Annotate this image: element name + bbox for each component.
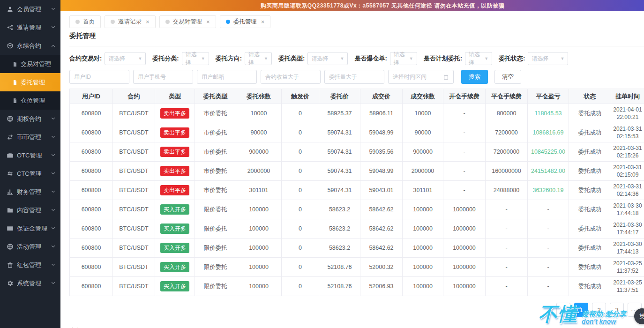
globe-icon (7, 115, 14, 122)
table-cell: 2021-04-0122:00:21 (611, 104, 644, 123)
title-divider (69, 46, 644, 46)
table-cell: 100000 (403, 239, 443, 258)
table-cell: 10000 (403, 104, 443, 123)
sidebar-item[interactable]: 交易对管理 (0, 55, 60, 73)
filter-select[interactable]: 请选择▼ (465, 52, 492, 65)
tab-交易对管理[interactable]: 交易对管理× (159, 15, 216, 28)
tab-status-dot (75, 20, 80, 24)
filter-group: 合约交易对:请选择▼ (69, 52, 146, 65)
table-cell: - (528, 200, 569, 219)
table-cell: 59048.99 (360, 162, 403, 181)
table-row: 600800BTC/USDT买入开多限价委托100000052108.76520… (70, 277, 644, 296)
filter-input[interactable]: 委托量大于 (324, 70, 384, 84)
table-cell: 1000000 (443, 258, 486, 277)
table-cell: 买入开多 (155, 200, 195, 219)
filter-select[interactable]: 请选择▼ (390, 52, 417, 65)
page-title: 委托管理 (69, 32, 644, 40)
table-cell: BTC/USDT (113, 258, 155, 277)
sidebar-item[interactable]: OTC管理 (0, 146, 60, 164)
table-cell: 301101 (236, 181, 282, 200)
table-cell: 100000 (403, 200, 443, 219)
filter-input[interactable]: 用户ID (69, 70, 129, 84)
clear-button[interactable]: 清空 (494, 70, 521, 84)
swap-icon (7, 170, 14, 177)
table-cell: - (443, 181, 486, 200)
filter-group: 委托方向:请选择▼ (216, 52, 272, 65)
sidebar-item-label: 内容管理 (17, 206, 51, 215)
sidebar-item[interactable]: 邀请管理 (0, 18, 60, 37)
side-badge: 买入开多 (160, 224, 189, 234)
table-cell: 600800 (70, 219, 113, 239)
tab-close-icon[interactable]: × (146, 19, 150, 25)
table-cell: - (443, 104, 486, 123)
sidebar-item[interactable]: 仓位管理 (0, 91, 60, 110)
chevron-down-icon: ▼ (484, 56, 488, 61)
exchange-icon (7, 134, 14, 141)
filter-select[interactable]: 请选择▼ (105, 52, 146, 65)
sidebar-item[interactable]: 会员管理 (0, 0, 60, 18)
search-button[interactable]: 搜索 (461, 70, 488, 84)
column-header: 平仓盈亏 (528, 89, 569, 104)
filter-selects-row: 合约交易对:请选择▼委托分类:请选择▼委托方向:请选择▼委托类型:请选择▼是否爆… (69, 52, 644, 65)
side-badge: 买入开多 (160, 262, 189, 272)
filter-input[interactable]: 用户手机号 (133, 70, 193, 84)
filter-input[interactable]: 用户邮箱 (197, 70, 257, 84)
sidebar-item-label: 活动管理 (17, 243, 51, 251)
table-cell: 58642.62 (360, 200, 403, 219)
table-row: 600800BTC/USDT卖出平多市价委托2000000059074.3159… (70, 162, 644, 181)
filter-label: 合约交易对: (69, 54, 102, 63)
prev-page-button[interactable]: ‹ (556, 303, 570, 317)
table-cell: 委托成功 (569, 162, 611, 181)
tab-委托管理[interactable]: 委托管理× (220, 15, 271, 28)
card-icon (7, 225, 14, 232)
page-button[interactable]: 2 (592, 303, 606, 317)
tab-close-icon[interactable]: × (206, 19, 210, 25)
tab-close-icon[interactable]: × (261, 19, 265, 25)
sidebar-item[interactable]: 活动管理 (0, 238, 60, 256)
tab-邀请记录[interactable]: 邀请记录× (105, 15, 156, 28)
sidebar-item[interactable]: 红包管理 (0, 256, 60, 274)
filter-select[interactable]: 请选择▼ (182, 52, 209, 65)
chart-icon (7, 188, 14, 195)
page-button[interactable]: 3 (610, 303, 624, 317)
tab-首页[interactable]: 首页 (69, 15, 101, 28)
input-placeholder: 委托量大于 (329, 73, 357, 81)
table-cell: - (486, 200, 528, 219)
chevron-down-icon (51, 171, 56, 176)
sidebar-item[interactable]: 币币管理 (0, 128, 60, 146)
time-line: 02:14:36 (613, 190, 642, 198)
page-button[interactable]: 1 (574, 303, 588, 317)
table-cell: 90000 (236, 123, 282, 142)
tab-status-dot (226, 20, 230, 24)
sidebar-item[interactable]: 永续合约 (0, 37, 60, 55)
main-area: 购买商用版请联系QQ23351778或Vx：a5587057 无其他任何途径 请… (60, 0, 644, 328)
table-cell: 59074.31 (319, 181, 360, 200)
tab-status-dot (111, 20, 115, 24)
sidebar-item[interactable]: CTC管理 (0, 164, 60, 183)
sidebar-item-label: 保证金管理 (17, 224, 51, 233)
sidebar-item[interactable]: 财务管理 (0, 183, 60, 201)
table-cell: 委托成功 (569, 277, 611, 296)
sidebar-item[interactable]: 系统管理 (0, 274, 60, 292)
table-cell: 100000 (403, 219, 443, 239)
filter-select[interactable]: 请选择▼ (245, 52, 272, 65)
filter-input[interactable]: 合约收益大于 (261, 70, 321, 84)
gift-icon (7, 261, 14, 268)
sidebar-item[interactable]: 内容管理 (0, 201, 60, 219)
sidebar-menu: 会员管理邀请管理永续合约交易对管理委托管理仓位管理期权合约币币管理OTC管理CT… (0, 0, 60, 292)
filter-select[interactable]: 请选择▼ (307, 52, 348, 65)
side-badge: 卖出平多 (160, 185, 189, 195)
table-header-row: 用户ID合约类型委托类型委托张数触发价委托价成交价成交张数开仓手续费平仓手续费平… (70, 89, 644, 104)
table-cell: 买入开多 (155, 258, 195, 277)
filter-select[interactable]: 请选择▼ (528, 52, 568, 65)
sidebar-item[interactable]: 期权合约 (0, 110, 60, 128)
filter-label: 是否爆仓单: (354, 54, 387, 63)
column-header: 用户ID (70, 89, 113, 104)
sidebar-item[interactable]: 委托管理 (0, 73, 60, 91)
table-cell: 59048.99 (360, 123, 403, 142)
sidebar-item[interactable]: 保证金管理 (0, 219, 60, 238)
folder-icon (7, 207, 14, 214)
filter-panel: 合约交易对:请选择▼委托分类:请选择▼委托方向:请选择▼委托类型:请选择▼是否爆… (69, 52, 644, 84)
table-cell: 58642.62 (360, 239, 403, 258)
date-range-input[interactable]: 选择时间区间 (388, 70, 454, 84)
